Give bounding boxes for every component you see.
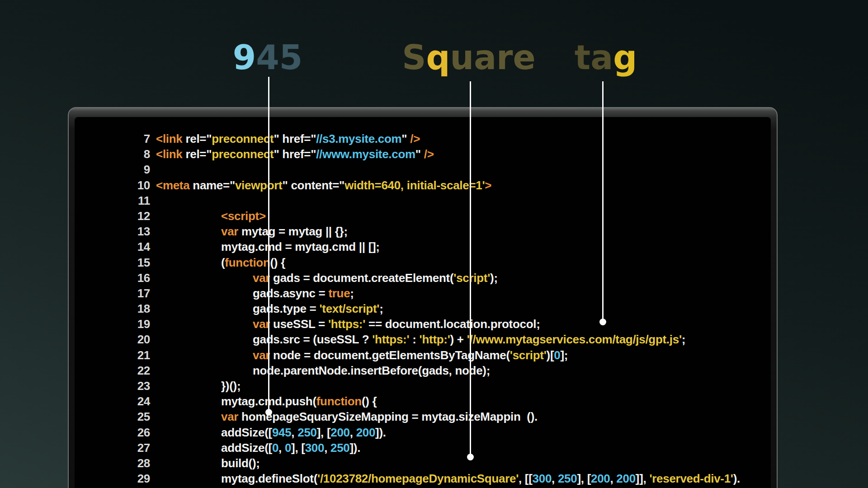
line-number: 17	[122, 286, 150, 301]
code-token: rel="	[182, 147, 212, 161]
code-token: " href="	[274, 132, 316, 145]
code-token: '/1023782/homepageDynamicSquare'	[317, 472, 519, 485]
code-token: ,	[610, 472, 616, 485]
annotation-label-square: Square	[402, 41, 536, 74]
code-token: <meta	[156, 178, 189, 192]
code-token: rel="	[182, 132, 212, 145]
code-token: 'text/script'	[319, 302, 379, 315]
annotation-letter: S	[402, 38, 426, 77]
code-token: preconnect	[212, 132, 274, 145]
code-token: 0	[272, 441, 278, 455]
code-text: node.parentNode.insertBefore(gads, node)…	[156, 363, 490, 378]
code-token: 0	[554, 348, 560, 362]
code-token: ).	[733, 472, 740, 485]
line-number: 23	[122, 378, 150, 394]
code-token: ,	[324, 441, 330, 455]
code-text: gads.src = (useSSL ? 'https:' : 'http:')…	[156, 332, 685, 347]
line-number: 26	[122, 425, 150, 440]
code-token: 200	[616, 472, 635, 485]
code-token: " href="	[274, 147, 316, 161]
code-token: 945	[272, 426, 291, 439]
code-token: 200	[330, 426, 349, 439]
line-number: 7	[122, 131, 150, 146]
code-token: mytag.cmd.push(	[221, 394, 316, 408]
code-token: ]],	[636, 472, 650, 485]
code-token: var	[221, 225, 238, 238]
code-token: ]).	[375, 426, 386, 439]
code-token: <script>	[221, 209, 266, 223]
code-text: addSize([945, 250], [200, 200]).	[156, 425, 386, 440]
code-token: 0	[285, 441, 291, 455]
line-number: 21	[122, 347, 150, 363]
code-text: mytag.defineSlot('/1023782/homepageDynam…	[156, 471, 740, 486]
code-token: //s3.mysite.com	[316, 132, 401, 145]
code-text: })();	[156, 378, 241, 394]
code-token: ,	[278, 441, 285, 455]
code-token: ,	[291, 426, 297, 439]
code-token: 'https:'	[372, 333, 409, 346]
code-token: , [[	[519, 472, 533, 485]
line-number: 22	[122, 363, 150, 378]
code-editor: 7<link rel="preconnect" href="//s3.mysit…	[122, 131, 740, 486]
line-number: 25	[122, 409, 150, 424]
line-number: 27	[122, 440, 150, 455]
code-token: gads.type =	[253, 302, 319, 315]
code-token: <link	[156, 147, 182, 161]
code-token: true	[328, 286, 350, 300]
code-line: 7<link rel="preconnect" href="//s3.mysit…	[122, 131, 740, 146]
code-text: var mytag = mytag || {};	[156, 224, 348, 239]
code-token: "	[415, 147, 424, 161]
code-token: 250	[558, 472, 577, 485]
code-token: homepageSquarySizeMapping = mytag.sizeMa…	[238, 410, 538, 423]
code-text: gads.async = true;	[156, 286, 354, 301]
code-token: })();	[221, 379, 241, 393]
code-token: ];	[560, 348, 568, 362]
code-text: <meta name="viewport" content="width=640…	[156, 178, 491, 193]
code-line: 23})();	[122, 378, 740, 394]
code-token: ], [	[577, 472, 591, 485]
code-line: 29mytag.defineSlot('/1023782/homepageDyn…	[122, 471, 740, 486]
code-line: 28build();	[122, 455, 740, 471]
code-token: addSize([	[221, 426, 272, 439]
code-line: 22node.parentNode.insertBefore(gads, nod…	[122, 363, 740, 378]
line-number: 24	[122, 394, 150, 409]
annotation-label-tag: tag	[575, 41, 637, 74]
code-token: " content="	[282, 178, 344, 192]
code-token: gads.async =	[253, 286, 328, 300]
code-token: gads = document.createElement(	[270, 271, 453, 285]
line-number: 13	[122, 224, 150, 239]
code-token: () {	[362, 394, 377, 408]
code-token: ;	[379, 302, 383, 315]
code-token: ) +	[450, 333, 467, 346]
code-token: viewport	[235, 178, 283, 192]
code-token: 'reserved-div-1'	[649, 472, 733, 485]
line-number: 28	[122, 455, 150, 471]
line-number: 20	[122, 332, 150, 347]
code-line: 19var useSSL = 'https:' == document.loca…	[122, 316, 740, 332]
line-number: 12	[122, 208, 150, 224]
code-token: ], [	[291, 441, 305, 455]
code-token: ;	[682, 333, 685, 346]
code-token: 'https:'	[328, 317, 365, 331]
line-number: 29	[122, 471, 150, 486]
code-token: node = document.getElementsByTagName(	[270, 348, 510, 362]
code-line: 16var gads = document.createElement('scr…	[122, 270, 740, 286]
code-token: 'script'	[453, 271, 490, 285]
code-text: mytag.cmd.push(function() {	[156, 394, 377, 409]
code-token: == document.location.protocol;	[365, 317, 540, 331]
code-line: 10<meta name="viewport" content="width=6…	[122, 178, 740, 193]
code-token: build();	[221, 456, 260, 470]
code-text: <script>	[156, 208, 266, 224]
code-token: <link	[156, 132, 182, 145]
code-token: ;	[350, 286, 354, 300]
code-token: mytag.defineSlot(	[221, 472, 317, 485]
code-line: 24mytag.cmd.push(function() {	[122, 394, 740, 409]
code-text: var useSSL = 'https:' == document.locati…	[156, 316, 540, 332]
code-text: (function() {	[156, 255, 285, 270]
code-token: 300	[305, 441, 324, 455]
line-number: 8	[122, 146, 150, 162]
code-token: 300	[533, 472, 552, 485]
annotation-letter: 9	[233, 38, 256, 77]
code-line: 18gads.type = 'text/script';	[122, 301, 740, 316]
line-number: 11	[122, 193, 150, 208]
